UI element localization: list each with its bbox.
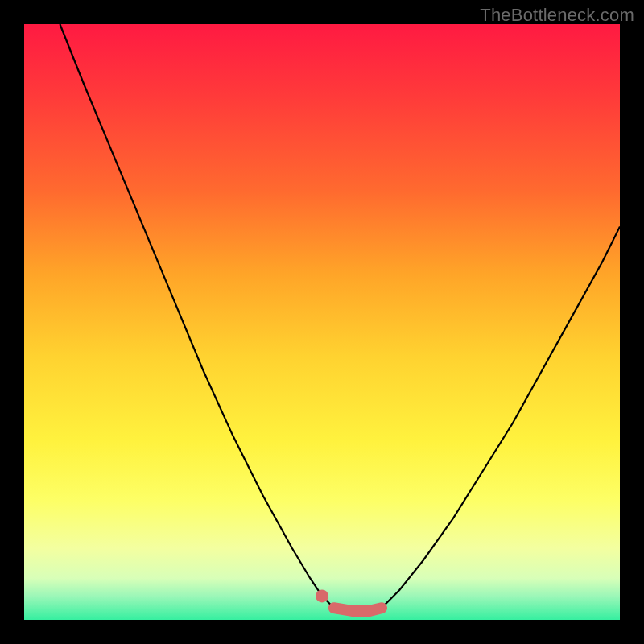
plot-area [24,24,620,620]
curve-layer [24,24,620,620]
watermark-text: TheBottleneck.com [480,5,634,26]
chart-frame: TheBottleneck.com [0,0,644,644]
left-curve [60,24,333,608]
bottom-marker-band [334,608,382,611]
marker-dot [316,589,328,602]
right-curve [382,227,620,609]
